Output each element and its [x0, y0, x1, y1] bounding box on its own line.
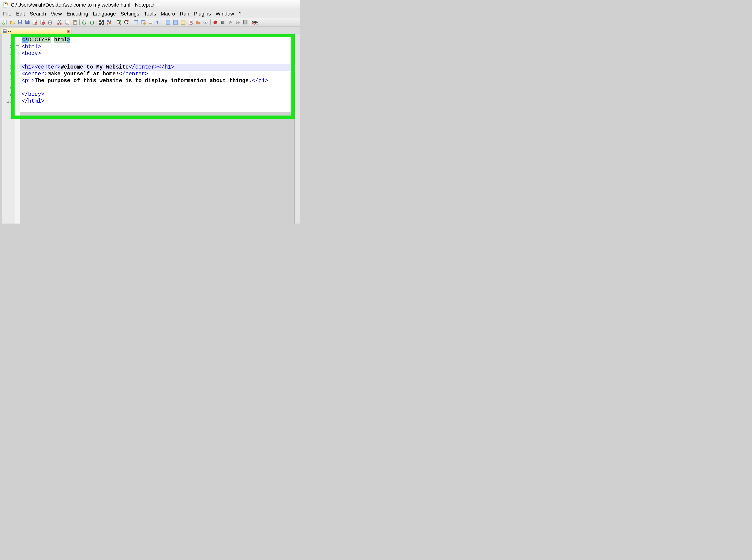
line-number: 3 — [2, 50, 15, 57]
svg-rect-5 — [19, 20, 21, 22]
redo-icon[interactable] — [88, 19, 95, 26]
svg-rect-52 — [221, 21, 224, 24]
line-number: 7 — [2, 78, 15, 84]
menu-view[interactable]: View — [49, 10, 64, 17]
line-number: 9 — [2, 91, 15, 98]
copy-icon[interactable] — [64, 19, 71, 26]
undo-icon[interactable] — [81, 19, 88, 26]
menu-help[interactable]: ? — [237, 10, 244, 17]
code-line — [20, 57, 294, 64]
line-number: 4 — [2, 57, 15, 64]
menu-macro[interactable]: Macro — [159, 10, 177, 17]
menu-search[interactable]: Search — [27, 10, 48, 17]
vertical-scrollbar[interactable] — [294, 34, 300, 223]
svg-rect-27 — [99, 20, 101, 22]
save-all-icon[interactable] — [24, 19, 31, 26]
cut-icon[interactable] — [56, 19, 63, 26]
close-all-icon[interactable] — [39, 19, 46, 26]
code-editor[interactable]: <!DOCTYPE html> <html> <body> <h1><cente… — [20, 34, 294, 223]
title-bar: C:\Users\wikih\Desktop\welcome to my web… — [0, 0, 300, 10]
spellcheck-icon[interactable]: ABC — [251, 19, 258, 26]
svg-point-50 — [205, 22, 206, 23]
svg-rect-6 — [19, 22, 21, 24]
fold-column — [15, 34, 20, 223]
svg-rect-25 — [74, 20, 76, 21]
show-all-icon[interactable]: ¶ — [155, 19, 162, 26]
zoom-out-icon[interactable] — [123, 19, 130, 26]
svg-point-21 — [60, 23, 61, 25]
code-line — [20, 84, 294, 91]
svg-rect-32 — [109, 22, 111, 24]
replace-icon[interactable] — [105, 19, 113, 26]
svg-rect-18 — [49, 20, 51, 22]
svg-point-42 — [143, 22, 146, 25]
save-macro-icon[interactable] — [242, 19, 249, 26]
wrap-icon[interactable] — [147, 19, 154, 26]
svg-rect-39 — [134, 20, 138, 21]
close-icon[interactable] — [32, 19, 39, 26]
menu-plugins[interactable]: Plugins — [192, 10, 213, 17]
code-line: <center>Make yourself at home!</center> — [20, 71, 294, 78]
sync-v-icon[interactable] — [132, 19, 139, 26]
toolbar: ¶ ABC — [0, 18, 300, 27]
line-number: 8 — [2, 84, 15, 91]
find-icon[interactable] — [98, 19, 105, 26]
function-list-icon[interactable] — [179, 19, 187, 26]
tab-label: w — [8, 29, 11, 33]
document-tab[interactable]: w — [1, 28, 72, 34]
svg-rect-55 — [244, 22, 247, 24]
menu-run[interactable]: Run — [178, 10, 191, 17]
new-file-icon[interactable] — [1, 19, 8, 26]
line-number: 6 — [2, 71, 15, 78]
fold-box-icon[interactable] — [16, 45, 19, 48]
svg-rect-16 — [42, 23, 44, 23]
print-icon[interactable] — [46, 19, 54, 26]
svg-rect-1 — [3, 3, 4, 7]
svg-text:ABC: ABC — [252, 20, 258, 23]
paste-icon[interactable] — [71, 19, 78, 26]
open-file-icon[interactable] — [9, 19, 16, 26]
folder-icon[interactable] — [195, 19, 201, 26]
menu-encoding[interactable]: Encoding — [64, 10, 90, 17]
svg-rect-26 — [74, 22, 77, 24]
monitor-icon[interactable] — [202, 19, 209, 26]
save-icon[interactable] — [16, 19, 23, 26]
line-number-gutter: 1 2 3 4 5 6 7 8 9 10 — [2, 34, 15, 223]
play-multi-icon[interactable] — [234, 19, 242, 26]
workspace: 1 2 3 4 5 6 7 8 9 10 — [0, 34, 300, 223]
menu-bar: File Edit Search View Encoding Language … — [0, 10, 300, 18]
svg-point-20 — [58, 23, 59, 25]
tab-bar: w — [0, 27, 300, 34]
svg-rect-58 — [3, 29, 6, 31]
doc-map-icon[interactable] — [187, 19, 194, 26]
outdent-icon[interactable] — [172, 19, 179, 26]
svg-rect-19 — [49, 23, 51, 24]
code-line-current: <h1><center>Welcome to My Website</cente… — [20, 64, 294, 71]
menu-tools[interactable]: Tools — [142, 10, 158, 17]
stop-macro-icon[interactable] — [219, 19, 226, 26]
menu-edit[interactable]: Edit — [14, 10, 27, 17]
sync-h-icon[interactable] — [140, 19, 147, 26]
menu-settings[interactable]: Settings — [118, 10, 141, 17]
play-macro-icon[interactable] — [227, 19, 234, 26]
record-macro-icon[interactable] — [212, 19, 219, 26]
tab-close-icon[interactable] — [66, 29, 70, 34]
indent-icon[interactable] — [165, 19, 172, 26]
window-title: C:\Users\wikih\Desktop\welcome to my web… — [11, 2, 160, 8]
app-window: C:\Users\wikih\Desktop\welcome to my web… — [0, 0, 300, 223]
svg-rect-23 — [65, 20, 68, 23]
fold-box-icon[interactable] — [16, 52, 19, 55]
svg-rect-37 — [127, 21, 128, 21]
save-indicator-icon — [3, 29, 7, 33]
menu-window[interactable]: Window — [214, 10, 236, 17]
code-line: <body> — [20, 50, 294, 57]
svg-rect-9 — [26, 20, 28, 21]
menu-file[interactable]: File — [1, 10, 13, 17]
svg-rect-54 — [244, 20, 247, 22]
code-line: <p1>The purpose of this website is to di… — [20, 78, 294, 84]
zoom-in-icon[interactable] — [115, 19, 122, 26]
editor-area: 1 2 3 4 5 6 7 8 9 10 — [2, 34, 294, 223]
menu-language[interactable]: Language — [91, 10, 118, 17]
svg-rect-29 — [99, 23, 101, 25]
line-number: 10 — [2, 98, 15, 105]
